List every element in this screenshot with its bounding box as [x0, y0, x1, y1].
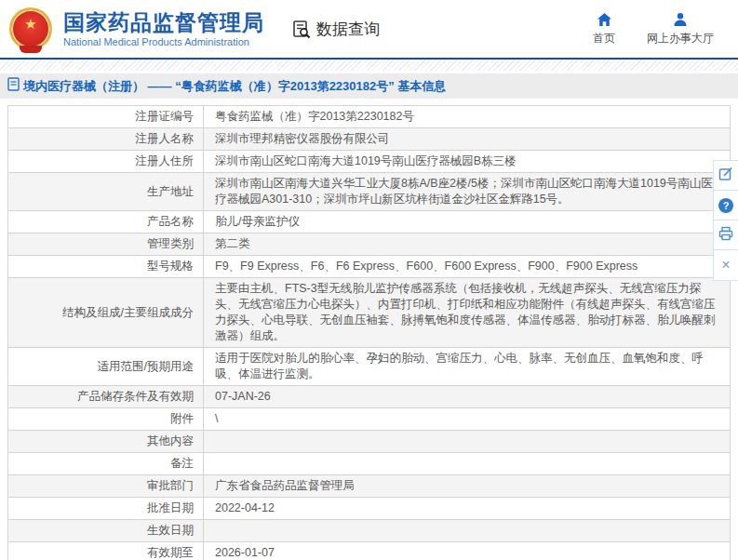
table-row: 生效日期	[8, 520, 731, 542]
site-header: ★ 国家药品监督管理局 National Medical Products Ad…	[0, 0, 738, 58]
row-label-cell: 附件	[8, 408, 204, 431]
user-icon	[673, 12, 688, 27]
table-row: 批准日期2022-04-12	[8, 498, 731, 520]
table-row: 结构及组成/主要组成成分主要由主机、FTS-3型无线胎儿监护传感器系统（包括接收…	[8, 278, 731, 348]
row-value	[204, 431, 731, 453]
row-label-cell: 生产地址	[8, 173, 204, 211]
row-label-cell: 产品储存条件及有效期	[8, 386, 204, 408]
row-value: 2026-01-07	[204, 542, 731, 560]
help-icon: ?	[718, 198, 733, 213]
row-value: 粤食药监械（准）字2013第2230182号	[204, 106, 731, 128]
row-value: 胎儿/母亲监护仪	[204, 211, 731, 233]
row-label: 附件	[170, 412, 194, 425]
row-label-cell: 结构及组成/主要组成成分	[8, 278, 204, 348]
emblem-star-icon: ★	[11, 17, 50, 31]
table-row: 注册人住所深圳市南山区蛇口南海大道1019号南山医疗器械园B栋三楼	[8, 151, 731, 173]
table-row: 审批部门广东省食品药品监督管理局	[8, 475, 731, 498]
table-row: 备注	[8, 453, 731, 475]
row-label-cell: 审批部门	[8, 475, 204, 498]
row-label-cell: 备注	[8, 453, 204, 475]
edit-icon	[718, 167, 733, 185]
site-title-block: 国家药品监督管理局 National Medical Products Admi…	[63, 10, 264, 47]
row-value: F9、F9 Express、F6、F6 Express、F600、F600 Ex…	[204, 256, 731, 278]
row-label: 生效日期	[147, 524, 194, 537]
registration-info-table: 注册证编号粤食药监械（准）字2013第2230182号注册人名称深圳市理邦精密仪…	[7, 105, 731, 560]
row-label-cell: 注册证编号	[8, 106, 204, 128]
table-row: 型号规格F9、F9 Express、F6、F6 Express、F600、F60…	[8, 256, 731, 278]
row-label: 注册证编号	[136, 110, 195, 123]
nav-item-label: 网上办事大厅	[647, 31, 714, 47]
page-title: 境内医疗器械（注册） —— “粤食药监械（准）字2013第2230182号” 基…	[23, 78, 446, 95]
breadcrumb: 境内医疗器械（注册） —— “粤食药监械（准）字2013第2230182号” 基…	[0, 73, 738, 99]
row-value: 07-JAN-26	[204, 386, 731, 408]
row-label-cell: 管理类别	[8, 233, 204, 256]
table-row: 注册证编号粤食药监械（准）字2013第2230182号	[8, 106, 731, 128]
table-row: 附件\	[8, 408, 731, 431]
data-query-tab[interactable]: 数据查询	[292, 19, 380, 40]
row-value: \	[204, 408, 731, 431]
nav-item-service-hall[interactable]: 网上办事大厅	[647, 12, 714, 47]
row-value	[204, 520, 731, 542]
row-value: 主要由主机、FTS-3型无线胎儿监护传感器系统（包括接收机，无线超声探头、无线宫…	[204, 278, 731, 348]
row-label: 有效期至	[147, 546, 194, 559]
row-label-cell: 产品名称	[8, 211, 204, 233]
row-label-cell: 生效日期	[8, 520, 204, 542]
decorative-stripes-band	[0, 60, 738, 71]
row-label-cell: 适用范围/预期用途	[8, 348, 204, 386]
row-label: 注册人名称	[136, 132, 195, 145]
row-label: 管理类别	[147, 237, 194, 250]
info-table-body: 注册证编号粤食药监械（准）字2013第2230182号注册人名称深圳市理邦精密仪…	[8, 106, 731, 560]
row-label: 注册人住所	[136, 154, 195, 167]
national-emblem-logo[interactable]: ★	[9, 7, 52, 50]
row-label-cell: 型号规格	[8, 256, 204, 278]
row-label-cell: 其他内容	[8, 431, 204, 453]
table-row: 产品名称胎儿/母亲监护仪	[8, 211, 731, 233]
row-label-cell: 有效期至	[8, 542, 204, 560]
table-row: 适用范围/预期用途适用于医院对胎儿的胎心率、孕妇的胎动、宫缩压力、心电、脉率、无…	[8, 348, 731, 386]
row-label-cell: 批准日期	[8, 498, 204, 520]
floating-side-toolbar: ? ×	[713, 160, 738, 281]
row-value: 广东省食品药品监督管理局	[204, 475, 731, 498]
close-button[interactable]: ×	[714, 250, 738, 280]
row-label-cell: 注册人住所	[8, 151, 204, 173]
site-subtitle: National Medical Products Administration	[63, 36, 264, 47]
help-button[interactable]: ?	[714, 191, 738, 220]
edit-button[interactable]	[714, 161, 738, 191]
table-row: 注册人名称深圳市理邦精密仪器股份有限公司	[8, 128, 731, 151]
nav-item-home[interactable]: 首页	[593, 12, 615, 47]
table-row: 其他内容	[8, 431, 731, 453]
table-row: 管理类别第二类	[8, 233, 731, 256]
table-row: 产品储存条件及有效期07-JAN-26	[8, 386, 731, 408]
row-value: 深圳市理邦精密仪器股份有限公司	[204, 128, 731, 151]
row-label: 备注	[170, 457, 194, 470]
table-row: 生产地址深圳市南山区南海大道兴华工业大厦8栋A/B座2楼/5楼；深圳市南山区蛇口…	[8, 173, 731, 211]
row-label: 其他内容	[147, 434, 194, 447]
home-icon	[597, 12, 612, 27]
row-label: 批准日期	[147, 501, 194, 514]
row-label: 审批部门	[147, 479, 194, 492]
close-icon: ×	[721, 258, 730, 273]
row-label-cell: 注册人名称	[8, 128, 204, 151]
row-value: 适用于医院对胎儿的胎心率、孕妇的胎动、宫缩压力、心电、脉率、无创血压、血氧饱和度…	[204, 348, 731, 386]
print-icon	[718, 226, 733, 245]
row-value: 第二类	[204, 233, 731, 256]
document-search-icon	[292, 20, 312, 39]
row-label: 生产地址	[147, 185, 194, 198]
row-value: 深圳市南山区蛇口南海大道1019号南山医疗器械园B栋三楼	[204, 151, 731, 173]
data-query-label: 数据查询	[316, 19, 380, 40]
page-icon	[7, 77, 20, 95]
row-label: 适用范围/预期用途	[98, 360, 194, 373]
row-value: 深圳市南山区南海大道兴华工业大厦8栋A/B座2楼/5楼；深圳市南山区蛇口南海大道…	[204, 173, 731, 211]
nav-item-label: 首页	[593, 31, 615, 47]
table-row: 有效期至2026-01-07	[8, 542, 731, 560]
top-nav: 首页 网上办事大厅	[593, 12, 714, 47]
row-label: 产品储存条件及有效期	[77, 390, 194, 403]
row-value	[204, 453, 731, 475]
row-value: 2022-04-12	[204, 498, 731, 520]
row-label: 型号规格	[147, 260, 194, 273]
row-label: 产品名称	[147, 215, 194, 228]
site-title: 国家药品监督管理局	[63, 10, 264, 34]
print-button[interactable]	[714, 220, 738, 250]
row-label: 结构及组成/主要组成成分	[62, 306, 194, 319]
